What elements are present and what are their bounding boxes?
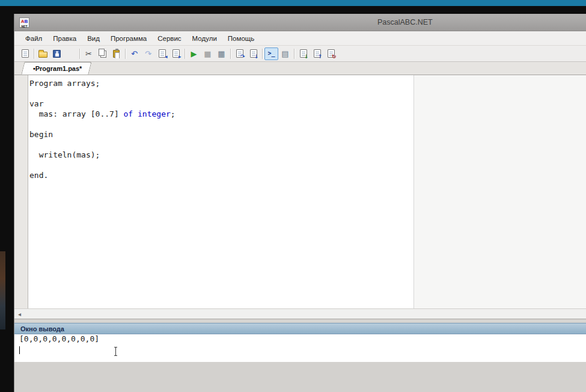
- step-over-badge-icon: ↷: [240, 54, 245, 60]
- show-form-button[interactable]: ▤: [278, 47, 292, 60]
- menu-item-4[interactable]: Сервис: [153, 33, 186, 44]
- new-file-button[interactable]: [18, 47, 32, 60]
- menu-item-3[interactable]: Программа: [106, 33, 151, 44]
- output-window-title: Окно вывода: [20, 325, 64, 332]
- code-line: mas: array [0..7] of integer;: [29, 109, 175, 120]
- tab-strip: •Program1.pas*: [14, 62, 586, 75]
- step-into-button[interactable]: ↓: [246, 47, 260, 60]
- toolbar-separator: [230, 49, 231, 59]
- goto-unit-badge-icon: ↑: [318, 54, 323, 60]
- menu-item-0[interactable]: Файл: [20, 33, 47, 44]
- undo-icon: ↶: [131, 50, 138, 58]
- title-bar[interactable]: AB NET PascalABC.NET: [14, 14, 586, 31]
- run-icon: ▶: [191, 50, 197, 58]
- code-text: begin: [29, 130, 53, 139]
- output-line: [0,0,0,0,0,0,0,0]: [14, 334, 586, 345]
- tab-program1[interactable]: •Program1.pas*: [21, 62, 91, 75]
- code-line: [29, 161, 175, 171]
- code-line: end.: [29, 171, 175, 181]
- compile-icon: ▦: [218, 50, 225, 58]
- code-text: ;: [171, 109, 175, 118]
- panel-splitter[interactable]: [14, 319, 586, 323]
- redo-button[interactable]: ↷: [141, 47, 155, 60]
- code-keyword: of: [124, 109, 133, 118]
- editor-region: Program arrays; var mas: array [0..7] of…: [14, 75, 586, 308]
- reload-unit-button[interactable]: ↻: [324, 47, 338, 60]
- undo-button[interactable]: ↶: [127, 47, 141, 60]
- cut-icon: ✂: [85, 50, 92, 58]
- paste-button[interactable]: [109, 47, 123, 60]
- code-line: [29, 140, 175, 150]
- editor-margin-line: [414, 75, 414, 308]
- toolbar-separator: [185, 49, 185, 59]
- compile-button[interactable]: ▦: [215, 47, 228, 60]
- output-window-toggle-button[interactable]: >_: [264, 47, 278, 60]
- output-window-toggle-icon: >_: [267, 51, 275, 57]
- toolbar-separator: [79, 49, 80, 59]
- next-location-button[interactable]: ▸: [169, 47, 183, 60]
- cut-button[interactable]: ✂: [82, 47, 96, 60]
- output-window[interactable]: [0,0,0,0,0,0,0,0]: [14, 334, 586, 362]
- video-frame-background: AB NET PascalABC.NET ФайлПравкаВидПрогра…: [0, 0, 586, 392]
- run-button[interactable]: ▶: [187, 47, 201, 60]
- toolbar: ✂↶↷◂▸▶■▦↷↓>_▤↓↑↻: [14, 46, 586, 62]
- save-file-button[interactable]: [50, 47, 64, 60]
- toolbar-separator: [125, 49, 126, 59]
- code-keyword: integer: [138, 109, 171, 118]
- code-line: Program arrays;: [29, 79, 175, 89]
- code-area: Program arrays; var mas: array [0..7] of…: [29, 79, 175, 181]
- code-editor[interactable]: Program arrays; var mas: array [0..7] of…: [28, 75, 586, 308]
- prev-location-badge-icon: ◂: [165, 54, 168, 60]
- add-unit-badge-icon: ↓: [304, 54, 309, 60]
- menu-item-1[interactable]: Правка: [48, 33, 81, 44]
- paste-icon: [113, 50, 120, 58]
- editor-right-gutter: [414, 75, 586, 308]
- code-text: mas: array [0..7]: [29, 109, 124, 118]
- code-line: writeln(mas);: [29, 150, 175, 161]
- open-file-icon: [38, 52, 47, 58]
- menu-item-5[interactable]: Модули: [188, 33, 222, 44]
- window-title: PascalABC.NET: [377, 18, 433, 26]
- open-file-button[interactable]: [36, 47, 50, 60]
- add-unit-icon: ↓: [300, 49, 307, 58]
- code-text: Program arrays;: [29, 79, 100, 88]
- save-file-icon: [53, 50, 61, 58]
- step-over-button[interactable]: ↷: [233, 47, 246, 60]
- background-window-strip: [0, 0, 586, 6]
- reload-unit-badge-icon: ↻: [332, 54, 337, 60]
- pascalabc-window: AB NET PascalABC.NET ФайлПравкаВидПрогра…: [14, 14, 586, 392]
- tab-label: •Program1.pas*: [33, 65, 82, 72]
- next-location-icon: ▸: [172, 49, 180, 58]
- window-footer: [14, 362, 586, 392]
- code-text: var: [29, 99, 43, 108]
- show-form-icon: ▤: [281, 50, 288, 58]
- code-text: [133, 109, 138, 118]
- reload-unit-icon: ↻: [328, 49, 335, 58]
- add-unit-button[interactable]: ↓: [296, 47, 310, 60]
- toolbar-separator: [34, 49, 34, 59]
- goto-unit-button[interactable]: ↑: [310, 47, 324, 60]
- copy-button[interactable]: [96, 47, 109, 60]
- stop-button[interactable]: ■: [201, 47, 215, 60]
- output-line: [14, 345, 586, 356]
- menu-item-6[interactable]: Помощь: [223, 33, 259, 44]
- scroll-left-arrow-icon[interactable]: ◂: [14, 309, 25, 319]
- toolbar-separator: [294, 49, 295, 59]
- app-logo-icon: AB NET: [19, 17, 29, 28]
- save-all-button[interactable]: [64, 47, 78, 60]
- step-over-icon: ↷: [236, 49, 243, 58]
- prev-location-button[interactable]: ◂: [155, 47, 169, 60]
- horizontal-scrollbar[interactable]: ◂: [14, 308, 586, 319]
- copy-icon: [99, 49, 105, 56]
- new-file-icon: [22, 49, 29, 58]
- code-line: [29, 120, 175, 130]
- logo-letter-b: B: [25, 19, 28, 24]
- step-into-badge-icon: ↓: [254, 54, 259, 60]
- goto-unit-icon: ↑: [314, 49, 321, 58]
- menu-item-2[interactable]: Вид: [82, 33, 105, 44]
- redo-icon: ↷: [145, 50, 151, 58]
- prev-location-icon: ◂: [159, 49, 166, 58]
- next-location-badge-icon: ▸: [179, 54, 182, 60]
- output-window-header: Окно вывода: [14, 323, 586, 334]
- code-text: writeln(mas);: [29, 150, 100, 159]
